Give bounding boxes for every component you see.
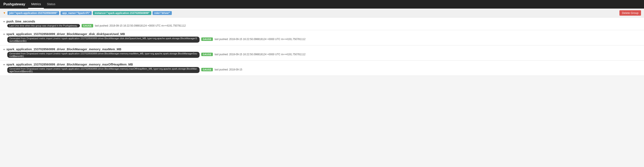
metrics-area: ▾ push_time_seconds Last Unix time when … [0, 18, 644, 76]
tag-role[interactable]: role="driver" [152, 11, 172, 15]
metric-section: ▾ spark_application_1537028560899_driver… [0, 61, 644, 76]
tag-app-name[interactable]: app_name="Spark+Pi" [60, 11, 92, 15]
metric-last-pushed: last pushed: 2018-09-15 16:22:50.0988181… [95, 24, 186, 27]
metric-section: ▾ spark_application_1537028560899_driver… [0, 45, 644, 61]
metric-name: spark_application_1537028560899_driver_B… [6, 32, 125, 36]
group-header: ▼ job="spark-application-1537028560899" … [0, 9, 644, 18]
gauge-badge: GAUGE [201, 38, 213, 41]
nav-item-status[interactable]: Status [44, 0, 58, 9]
metric-name: push_time_seconds [6, 20, 35, 23]
nav-item-metrics[interactable]: Metrics [28, 0, 44, 9]
metric-last-pushed: last pushed: 2018-09-15 16:22:50.0988181… [214, 53, 305, 56]
metric-desc-badge: Last Unix time when this group was chang… [7, 24, 80, 27]
metric-section: ▾ push_time_seconds Last Unix time when … [0, 18, 644, 30]
metric-chevron-icon[interactable]: ▾ [4, 48, 5, 51]
gauge-badge: GAUGE [201, 68, 213, 71]
gauge-badge: GAUGE [82, 24, 93, 27]
metric-name: spark_application_1537028560899_driver_B… [6, 48, 121, 51]
metric-last-pushed: last pushed: 2018-09-15 [214, 68, 242, 71]
metric-section: ▾ spark_application_1537028560899_driver… [0, 30, 644, 45]
tag-instance[interactable]: instance="spark-application-153702856089… [93, 11, 151, 15]
metric-chevron-icon[interactable]: ▾ [4, 33, 5, 36]
tag-job[interactable]: job="spark-application-1537028560899" [8, 11, 60, 15]
group-chevron-icon[interactable]: ▼ [3, 11, 6, 15]
metric-name: spark_application_1537028560899_driver_B… [6, 63, 133, 66]
metric-last-pushed: last pushed: 2018-09-15 16:22:50.0988181… [214, 38, 305, 41]
metric-desc-badge: Generated from Dropwizard metric import … [7, 37, 200, 43]
delete-group-button[interactable]: Delete Group [620, 10, 641, 16]
metric-chevron-icon[interactable]: ▾ [4, 63, 5, 66]
gauge-badge: GAUGE [201, 53, 213, 56]
metric-desc-badge: Generated from Dropwizard metric import … [7, 52, 200, 58]
metric-desc-badge: Generated from Dropwizard metric import … [7, 67, 200, 73]
metric-chevron-icon[interactable]: ▾ [4, 20, 5, 23]
nav-brand: Pushgateway [2, 0, 28, 9]
navbar: Pushgateway Metrics Status [0, 0, 644, 9]
